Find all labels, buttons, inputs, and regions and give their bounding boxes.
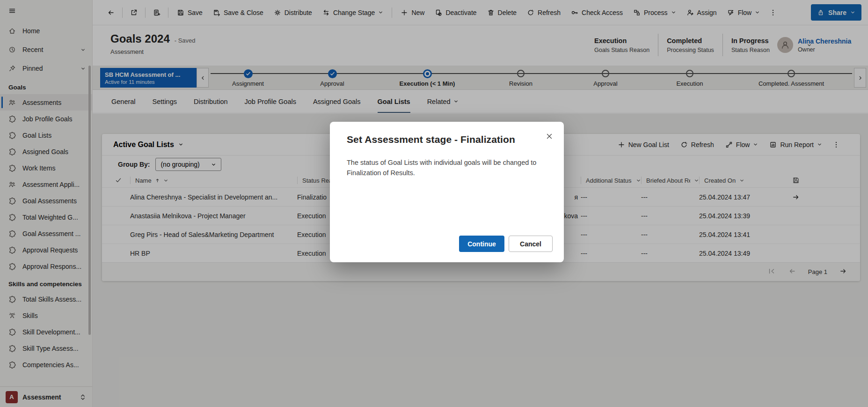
continue-button[interactable]: Continue <box>459 236 504 252</box>
dialog-close-button[interactable] <box>542 129 556 143</box>
dialog-message: The status of Goal Lists with individual… <box>347 157 547 178</box>
dialog-actions: Continue Cancel <box>459 236 553 252</box>
set-assessment-stage-dialog: Set Assessment stage - Finalization The … <box>330 122 564 262</box>
close-icon <box>546 133 553 140</box>
dialog-title: Set Assessment stage - Finalization <box>347 134 547 145</box>
cancel-button[interactable]: Cancel <box>509 236 553 252</box>
